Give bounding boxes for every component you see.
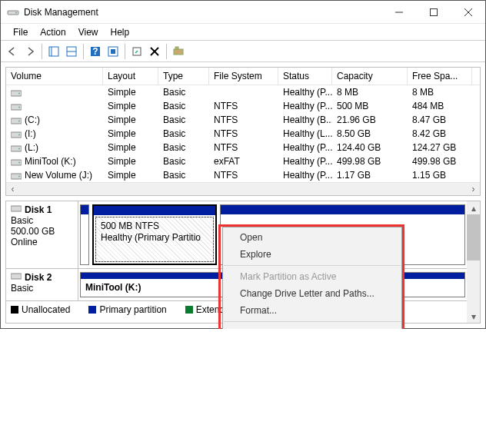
svg-point-24: [18, 120, 20, 121]
table-row[interactable]: (C:)SimpleBasicNTFSHealthy (B...21.96 GB…: [6, 113, 480, 127]
maximize-button[interactable]: [416, 1, 451, 23]
toolbar: ?: [1, 41, 485, 62]
settings-icon[interactable]: [105, 43, 122, 60]
context-menu: Open Explore Mark Partition as Active Ch…: [222, 227, 402, 329]
vertical-scrollbar[interactable]: ▴ ▾: [467, 201, 480, 323]
table-row[interactable]: New Volume (J:)SimpleBasicNTFSHealthy (P…: [6, 168, 480, 182]
table-row[interactable]: MiniTool (K:)SimpleBasicexFATHealthy (P.…: [6, 154, 480, 168]
ctx-mark-active[interactable]: Mark Partition as Active: [223, 268, 401, 285]
partition-status-label: Healthy (Primary Partitio: [101, 232, 208, 244]
back-button[interactable]: [4, 43, 21, 60]
titlebar[interactable]: Disk Management: [1, 1, 485, 24]
forward-button[interactable]: [22, 43, 38, 60]
window-title: Disk Management: [24, 7, 381, 18]
svg-point-22: [18, 106, 20, 108]
legend-unallocated: Unallocated: [22, 304, 70, 315]
svg-point-32: [18, 175, 20, 177]
disk1-size: 500.00 GB: [11, 226, 73, 237]
col-type[interactable]: Type: [158, 68, 209, 85]
disk1-status: Online: [11, 237, 73, 247]
svg-point-1: [15, 12, 17, 13]
drive-icon: [11, 158, 22, 166]
drive-icon: [11, 144, 22, 152]
minimize-button[interactable]: [381, 1, 416, 23]
menubar: File Action View Help: [1, 24, 485, 41]
svg-point-20: [18, 92, 20, 94]
disk-icon: [11, 204, 22, 215]
ctx-open[interactable]: Open: [223, 229, 401, 246]
scroll-right-icon[interactable]: ›: [467, 183, 480, 196]
disk1-partition-0[interactable]: [80, 204, 89, 265]
disk-management-window: Disk Management File Action View Help ? …: [0, 0, 486, 329]
disk1-partition-selected[interactable]: 500 MB NTFS Healthy (Primary Partitio: [92, 204, 217, 265]
col-freespace[interactable]: Free Spa...: [408, 68, 472, 85]
svg-rect-17: [174, 49, 183, 55]
drive-icon: [11, 131, 22, 138]
svg-point-30: [18, 161, 20, 163]
view-list-icon[interactable]: [45, 43, 62, 60]
menu-file[interactable]: File: [7, 25, 34, 39]
help-icon[interactable]: ?: [87, 43, 104, 60]
scroll-down-icon[interactable]: ▾: [467, 310, 480, 323]
scroll-up-icon[interactable]: ▴: [467, 201, 480, 214]
menu-action[interactable]: Action: [34, 25, 72, 39]
disk-icon: [11, 272, 22, 283]
col-capacity[interactable]: Capacity: [332, 68, 408, 85]
svg-rect-36: [11, 274, 22, 279]
svg-rect-6: [49, 47, 58, 56]
col-status[interactable]: Status: [278, 68, 332, 85]
svg-rect-35: [11, 206, 22, 211]
disk1-header[interactable]: Disk 1 Basic 500.00 GB Online: [6, 201, 78, 268]
drive-icon: [11, 117, 22, 124]
view-graphic-icon[interactable]: [63, 43, 80, 60]
rescan-icon[interactable]: [170, 43, 187, 60]
svg-point-28: [18, 148, 20, 149]
ctx-extend-volume[interactable]: Extend Volume...: [223, 324, 401, 329]
scroll-left-icon[interactable]: ‹: [6, 183, 19, 196]
app-icon: [7, 6, 19, 18]
partition-size-label: 500 MB NTFS: [101, 221, 208, 232]
svg-point-26: [18, 134, 20, 135]
drive-icon: [11, 103, 22, 111]
volume-list: Volume Layout Type File System Status Ca…: [5, 67, 481, 196]
col-filesystem[interactable]: File System: [209, 68, 278, 85]
ctx-explore[interactable]: Explore: [223, 246, 401, 263]
svg-rect-13: [111, 49, 115, 54]
close-button[interactable]: [451, 1, 485, 23]
ctx-change-drive-letter[interactable]: Change Drive Letter and Paths...: [223, 285, 401, 302]
legend-primary: Primary partition: [99, 304, 166, 315]
menu-view[interactable]: View: [72, 25, 105, 39]
disk2-basic: Basic: [11, 283, 73, 294]
disk1-basic: Basic: [11, 215, 73, 226]
column-headers: Volume Layout Type File System Status Ca…: [6, 68, 480, 85]
disk2-part-label: MiniTool (K:): [85, 282, 141, 293]
drive-icon: [11, 172, 22, 180]
svg-rect-3: [430, 8, 437, 15]
col-volume[interactable]: Volume: [6, 68, 103, 85]
col-layout[interactable]: Layout: [103, 68, 158, 85]
disk2-header[interactable]: Disk 2 Basic: [6, 269, 78, 300]
table-row[interactable]: SimpleBasicHealthy (P...8 MB8 MB: [6, 85, 480, 99]
delete-icon[interactable]: [146, 43, 163, 60]
svg-rect-18: [175, 47, 178, 49]
table-row[interactable]: (I:)SimpleBasicNTFSHealthy (L...8.50 GB8…: [6, 127, 480, 141]
horizontal-scrollbar[interactable]: ‹ ›: [6, 182, 480, 195]
disk2-name: Disk 2: [25, 272, 52, 283]
table-row[interactable]: SimpleBasicNTFSHealthy (P...500 MB484 MB: [6, 99, 480, 113]
table-row[interactable]: (L:)SimpleBasicNTFSHealthy (P...124.40 G…: [6, 141, 480, 154]
refresh-icon[interactable]: [128, 43, 145, 60]
menu-help[interactable]: Help: [105, 25, 136, 39]
svg-text:?: ?: [92, 46, 98, 57]
ctx-format[interactable]: Format...: [223, 302, 401, 319]
disk1-name: Disk 1: [25, 204, 52, 215]
drive-icon: [11, 89, 22, 97]
